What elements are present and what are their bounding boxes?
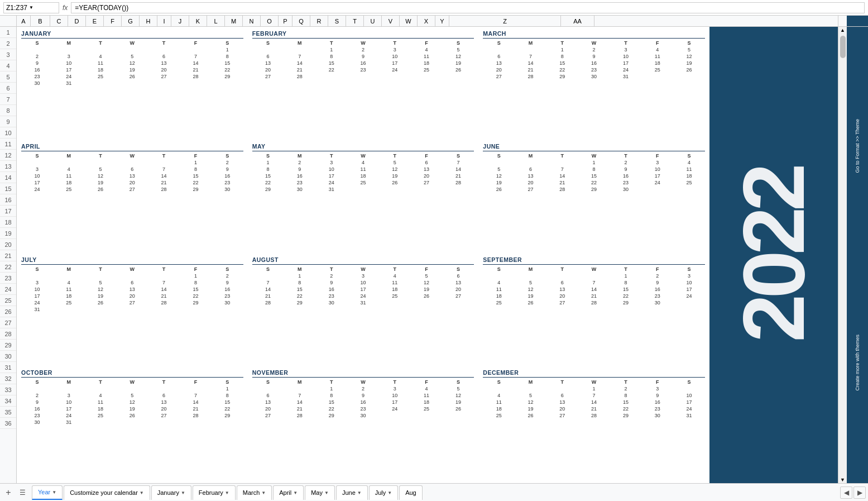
tab-dropdown-arrow[interactable]: ▼ [261,490,266,495]
calendar-day[interactable] [116,273,148,279]
calendar-day[interactable] [284,385,315,392]
calendar-day[interactable]: 24 [379,66,411,73]
calendar-day[interactable]: 24 [21,186,53,193]
calendar-day[interactable]: 19 [85,179,117,186]
calendar-day[interactable]: 26 [673,66,705,73]
row-number-34[interactable]: 34 [0,395,16,407]
calendar-day[interactable]: 23 [315,293,347,299]
row-number-35[interactable]: 35 [0,407,16,418]
calendar-day[interactable]: 3 [641,159,673,166]
calendar-day[interactable]: 19 [442,399,474,405]
row-number-10[interactable]: 10 [0,127,16,139]
calendar-day[interactable] [180,306,212,313]
calendar-day[interactable] [53,385,85,392]
row-number-3[interactable]: 3 [0,49,16,60]
calendar-day[interactable]: 2 [21,53,53,60]
create-more-text[interactable]: Create more with themes [855,335,860,391]
calendar-day[interactable] [546,385,578,392]
calendar-day[interactable]: 5 [116,392,148,399]
calendar-day[interactable]: 19 [442,60,474,66]
calendar-day[interactable]: 15 [212,399,243,405]
calendar-day[interactable] [578,273,610,279]
calendar-day[interactable]: 2 [315,273,347,279]
calendar-day[interactable]: 25 [483,299,515,306]
calendar-day[interactable]: 20 [252,405,284,412]
calendar-day[interactable]: 29 [212,412,243,419]
col-header-c[interactable]: C [50,16,68,26]
calendar-day[interactable]: 28 [148,186,180,193]
calendar-day[interactable] [252,273,284,279]
tab-prev-btn[interactable]: ◀ [840,486,852,499]
calendar-day[interactable] [148,46,180,53]
calendar-day[interactable]: 26 [85,299,117,306]
calendar-day[interactable]: 3 [379,385,411,392]
calendar-day[interactable]: 6 [515,166,546,173]
calendar-day[interactable]: 5 [673,46,705,53]
calendar-day[interactable]: 23 [641,405,673,412]
sheet-tab-june[interactable]: June ▼ [336,485,368,500]
calendar-day[interactable]: 20 [148,405,180,412]
calendar-day[interactable]: 10 [347,279,379,286]
calendar-day[interactable]: 1 [546,46,578,53]
calendar-day[interactable]: 4 [483,279,515,286]
calendar-day[interactable]: 15 [546,60,578,66]
sheet-tab-customize-your-calendar[interactable]: Customize your calendar ▼ [64,485,150,500]
calendar-day[interactable] [85,46,117,53]
calendar-day[interactable]: 13 [116,286,148,293]
calendar-day[interactable]: 22 [315,66,347,73]
col-header-aa[interactable]: AA [561,16,594,26]
row-number-16[interactable]: 16 [0,194,16,206]
calendar-day[interactable]: 11 [483,286,515,293]
calendar-day[interactable]: 7 [180,392,212,399]
calendar-day[interactable]: 6 [116,166,148,173]
calendar-day[interactable]: 27 [442,293,474,299]
calendar-day[interactable]: 16 [641,286,673,293]
calendar-day[interactable]: 12 [85,286,117,293]
calendar-day[interactable] [483,273,515,279]
calendar-day[interactable] [673,186,705,193]
col-header-e[interactable]: E [86,16,104,26]
calendar-day[interactable]: 7 [284,392,315,399]
calendar-day[interactable]: 1 [578,385,610,392]
calendar-day[interactable]: 18 [411,60,443,66]
calendar-day[interactable]: 4 [379,273,411,279]
calendar-day[interactable] [180,80,212,87]
calendar-day[interactable]: 31 [673,412,705,419]
calendar-day[interactable] [148,159,180,166]
calendar-day[interactable]: 29 [546,73,578,80]
calendar-day[interactable]: 7 [578,392,610,399]
row-number-27[interactable]: 27 [0,317,16,328]
row-number-17[interactable]: 17 [0,206,16,217]
calendar-day[interactable] [148,385,180,392]
calendar-day[interactable]: 5 [85,166,117,173]
calendar-day[interactable]: 22 [315,405,347,412]
calendar-day[interactable]: 10 [53,399,85,405]
calendar-day[interactable]: 20 [148,66,180,73]
calendar-day[interactable]: 27 [252,73,284,80]
calendar-day[interactable] [483,46,515,53]
calendar-day[interactable]: 14 [515,60,546,66]
calendar-day[interactable]: 9 [21,60,53,66]
calendar-day[interactable]: 1 [610,273,642,279]
calendar-day[interactable]: 5 [515,392,546,399]
calendar-day[interactable]: 13 [252,60,284,66]
calendar-day[interactable]: 26 [379,179,411,186]
col-header-k[interactable]: K [189,16,207,26]
calendar-day[interactable]: 9 [315,279,347,286]
col-header-w[interactable]: W [400,16,418,26]
calendar-day[interactable]: 18 [53,293,85,299]
calendar-day[interactable] [53,159,85,166]
calendar-day[interactable]: 16 [641,399,673,405]
calendar-day[interactable]: 29 [284,299,315,306]
calendar-day[interactable] [53,273,85,279]
calendar-day[interactable] [85,306,117,313]
calendar-day[interactable]: 24 [53,412,85,419]
calendar-day[interactable] [148,273,180,279]
calendar-day[interactable] [116,80,148,87]
calendar-day[interactable]: 21 [180,66,212,73]
calendar-day[interactable]: 15 [252,173,284,179]
calendar-day[interactable]: 30 [347,412,379,419]
calendar-day[interactable]: 31 [21,306,53,313]
calendar-day[interactable]: 6 [546,279,578,286]
calendar-day[interactable]: 21 [515,66,546,73]
